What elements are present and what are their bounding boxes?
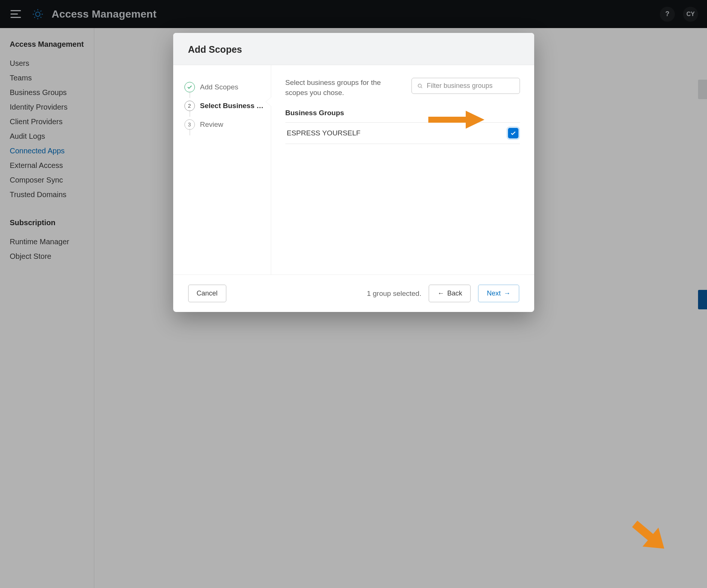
step-review[interactable]: 3 Review xyxy=(184,115,264,134)
check-icon xyxy=(184,82,195,92)
next-button[interactable]: Next → xyxy=(478,285,519,302)
business-group-name: ESPRESS YOURSELF xyxy=(287,129,361,137)
modal-title: Add Scopes xyxy=(188,44,519,55)
selection-count-text: 1 group selected. xyxy=(367,290,422,298)
step-label: Review xyxy=(200,120,223,129)
arrow-left-icon: ← xyxy=(437,290,444,297)
filter-business-groups-input[interactable] xyxy=(411,78,520,94)
cancel-button[interactable]: Cancel xyxy=(188,285,226,302)
step-label: Select Business … xyxy=(200,102,264,110)
svg-rect-3 xyxy=(428,117,466,123)
active-step-caret-icon xyxy=(266,97,271,106)
business-group-checkbox[interactable] xyxy=(508,128,518,138)
instruction-text: Select business groups for the scopes yo… xyxy=(285,78,398,98)
next-button-label: Next xyxy=(487,290,501,297)
step-select-business-groups[interactable]: 2 Select Business … xyxy=(184,97,264,115)
svg-point-1 xyxy=(418,84,421,87)
search-icon xyxy=(417,83,423,89)
step-add-scopes[interactable]: Add Scopes xyxy=(184,78,264,97)
add-scopes-modal: Add Scopes Add Scopes 2 Select Business … xyxy=(173,33,534,312)
svg-line-2 xyxy=(421,87,422,88)
business-groups-heading: Business Groups xyxy=(285,109,520,117)
modal-footer: Cancel 1 group selected. ← Back Next → xyxy=(173,275,534,312)
business-group-row[interactable]: ESPRESS YOURSELF xyxy=(285,122,520,144)
modal-content: Select business groups for the scopes yo… xyxy=(271,65,534,275)
step-label: Add Scopes xyxy=(200,83,238,91)
step-number: 2 xyxy=(184,101,195,111)
back-button-label: Back xyxy=(447,290,462,297)
modal-header: Add Scopes xyxy=(173,33,534,65)
step-number: 3 xyxy=(184,119,195,130)
filter-input-field[interactable] xyxy=(427,82,514,90)
wizard-stepper: Add Scopes 2 Select Business … 3 Review xyxy=(173,65,271,275)
arrow-right-icon: → xyxy=(504,290,511,297)
back-button[interactable]: ← Back xyxy=(429,285,471,302)
checkmark-icon xyxy=(510,130,517,137)
